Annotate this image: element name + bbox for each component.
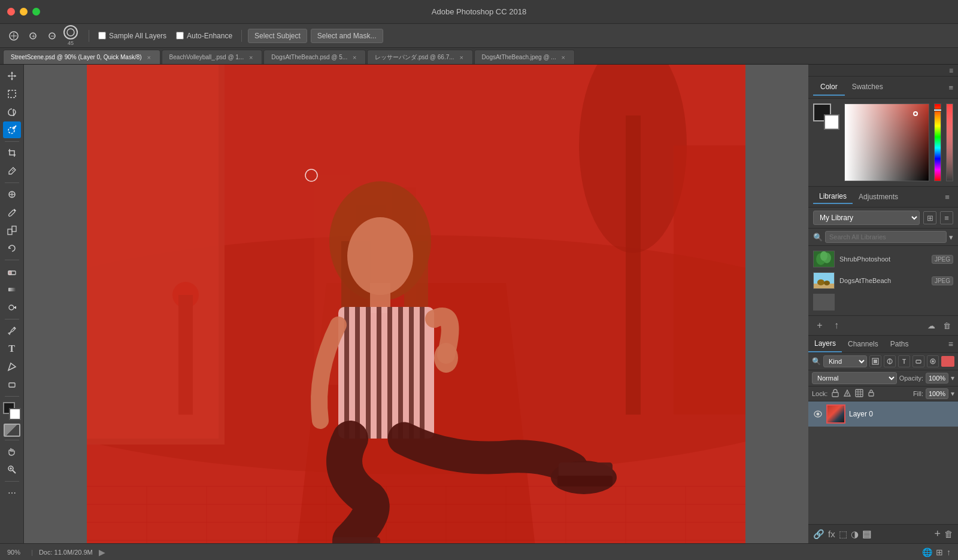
tab-streetscene[interactable]: StreetScene.psd @ 90% (Layer 0, Quick Ma…	[3, 50, 160, 64]
layers-group-btn[interactable]: ▤	[862, 528, 871, 540]
tool-crop[interactable]	[3, 145, 21, 162]
lock-pixels-btn[interactable]	[831, 389, 839, 399]
select-mask-button[interactable]: Select and Mask...	[311, 29, 383, 43]
layers-mask-btn[interactable]: ⬚	[839, 529, 847, 540]
tab-dogsbeachjpeg[interactable]: DogsAtTheBeach.jpeg @ ... ×	[474, 50, 575, 64]
tab-libraries[interactable]: Libraries	[813, 190, 853, 204]
panel-menu-btn[interactable]: ≡	[949, 66, 953, 75]
lib-upload-btn[interactable]: ↑	[830, 319, 843, 332]
tab-close-dogsbeachjpeg[interactable]: ×	[560, 54, 567, 61]
tab-swatches[interactable]: Swatches	[845, 79, 890, 96]
toolbar-add-btn[interactable]: +	[25, 28, 41, 44]
fill-input[interactable]	[926, 388, 948, 399]
tool-history[interactable]	[3, 240, 21, 257]
lib-item-dogs[interactable]: DogsAtTheBeach JPEG	[808, 270, 958, 291]
lock-position-btn[interactable]	[843, 389, 851, 399]
tool-move[interactable]	[3, 68, 21, 84]
layers-delete-btn[interactable]: 🗑	[944, 529, 953, 539]
lib-cloud-btn[interactable]: ☁	[924, 319, 938, 332]
lib-menu-btn[interactable]: ≡	[941, 191, 953, 203]
tab-close-dogsatbeach[interactable]: ×	[351, 54, 358, 61]
statusbar-globe-btn[interactable]: 🌐	[922, 547, 932, 557]
lib-grid-view[interactable]: ⊞	[923, 211, 936, 224]
search-expand-btn[interactable]: ▾	[949, 233, 953, 242]
tool-brush[interactable]	[3, 204, 21, 221]
lock-all-btn[interactable]	[867, 389, 875, 399]
lib-delete-btn[interactable]: 🗑	[940, 319, 953, 332]
tool-healing[interactable]	[3, 186, 21, 203]
lib-item-shrub[interactable]: ShrubPhotoshoot JPEG	[808, 248, 958, 270]
tool-extra[interactable]: ⋯	[3, 485, 21, 501]
statusbar-arrow[interactable]: ▶	[99, 547, 105, 557]
tab-close-beachvolleyball[interactable]: ×	[247, 54, 254, 61]
statusbar-share-btn[interactable]: ↑	[947, 547, 951, 557]
filter-pixel-btn[interactable]	[869, 355, 881, 367]
color-panel-menu[interactable]: ≡	[948, 83, 953, 92]
close-button[interactable]	[7, 8, 15, 16]
tool-type[interactable]: T	[3, 340, 21, 357]
layers-link-btn[interactable]: 🔗	[813, 529, 824, 540]
tab-lesserpanda[interactable]: レッサーパンダ.psd @ 66.7... ×	[367, 50, 472, 64]
tool-path-selection[interactable]	[3, 358, 21, 375]
layers-adjustment-btn[interactable]: ◑	[851, 529, 859, 540]
filter-adjustment-btn[interactable]	[884, 355, 896, 367]
tab-dogsatbeach[interactable]: DogsAtTheBeach.psd @ 5... ×	[263, 50, 366, 64]
tab-close-streetscene[interactable]: ×	[145, 54, 153, 61]
tool-lasso[interactable]	[3, 104, 21, 120]
layers-menu-button[interactable]: ≡	[944, 337, 958, 351]
statusbar-arrange-btn[interactable]: ⊞	[936, 547, 943, 557]
layers-new-btn[interactable]: +	[934, 528, 941, 540]
opacity-stepper[interactable]: ▾	[951, 374, 954, 382]
filter-type-btn[interactable]: T	[898, 355, 910, 367]
foreground-background-colors[interactable]	[3, 402, 21, 420]
filter-active-indicator[interactable]	[941, 356, 954, 367]
layer-row-layer0[interactable]: Layer 0	[808, 401, 958, 427]
filter-shape-btn[interactable]	[912, 355, 924, 367]
background-swatch[interactable]	[824, 114, 839, 130]
quick-mask-button[interactable]	[4, 424, 20, 437]
background-color[interactable]	[9, 408, 21, 420]
tool-marquee[interactable]	[3, 86, 21, 102]
tool-quick-selection[interactable]	[3, 121, 21, 138]
tool-dodge[interactable]	[3, 299, 21, 316]
filter-smart-btn[interactable]	[927, 355, 939, 367]
canvas-area[interactable]	[24, 65, 808, 543]
toolbar-subtract-btn[interactable]: −	[44, 28, 60, 44]
minimize-button[interactable]	[20, 8, 28, 16]
tool-hand[interactable]	[3, 443, 21, 460]
hue-slider[interactable]	[934, 104, 941, 181]
main-canvas[interactable]	[87, 65, 745, 543]
select-subject-button[interactable]: Select Subject	[248, 29, 307, 43]
opacity-input[interactable]	[926, 373, 948, 384]
toolbar-brush-btn[interactable]	[6, 28, 22, 44]
tab-layers[interactable]: Layers	[808, 336, 842, 352]
color-swatches[interactable]	[813, 104, 839, 130]
auto-enhance-checkbox[interactable]: Auto-Enhance	[176, 32, 232, 40]
alpha-slider[interactable]	[946, 104, 953, 181]
tool-eraser[interactable]	[3, 263, 21, 280]
blend-mode-select[interactable]: Normal	[812, 372, 897, 384]
tool-gradient[interactable]	[3, 281, 21, 298]
tab-adjustments[interactable]: Adjustments	[853, 190, 904, 203]
tab-color[interactable]: Color	[813, 79, 845, 96]
lock-artboard-btn[interactable]	[855, 389, 863, 399]
color-gradient[interactable]	[844, 104, 929, 181]
tool-clone[interactable]	[3, 222, 21, 239]
color-picker[interactable]	[844, 104, 929, 181]
layer-visibility-toggle[interactable]	[813, 409, 823, 419]
library-search-input[interactable]	[825, 231, 947, 243]
lib-item-third[interactable]	[808, 291, 958, 313]
maximize-button[interactable]	[32, 8, 40, 16]
tool-eyedropper[interactable]	[3, 163, 21, 179]
layers-kind-select[interactable]: Kind	[823, 355, 867, 367]
lib-list-view[interactable]: ≡	[940, 211, 953, 224]
sample-all-layers-checkbox[interactable]: Sample All Layers	[98, 32, 166, 40]
tab-close-lesserpanda[interactable]: ×	[458, 54, 465, 61]
tab-paths[interactable]: Paths	[884, 336, 915, 352]
library-select[interactable]: My Library	[813, 211, 920, 225]
tool-pen[interactable]	[3, 322, 21, 339]
tool-zoom[interactable]	[3, 461, 21, 478]
tab-beachvolleyball[interactable]: BeachVolleyball_.psd @ 1... ×	[162, 50, 263, 64]
fill-stepper[interactable]: ▾	[951, 389, 954, 398]
sample-all-layers-input[interactable]	[98, 32, 106, 39]
